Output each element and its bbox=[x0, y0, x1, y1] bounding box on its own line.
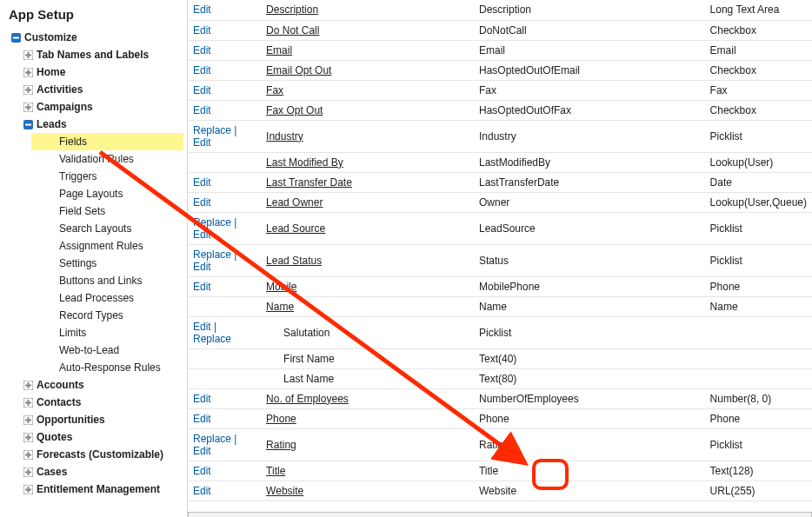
field-label-link[interactable]: Fax bbox=[266, 84, 283, 96]
custom-fields-panel: Lead Custom Fields & Relationships New M… bbox=[188, 512, 812, 518]
field-label-link[interactable]: Name bbox=[266, 301, 294, 313]
data-type-cell: Name bbox=[705, 296, 812, 316]
field-label-link[interactable]: Description bbox=[266, 3, 318, 16]
nav-leads-processes[interactable]: Lead Processes bbox=[31, 289, 183, 307]
nav-activities[interactable]: Activities bbox=[19, 81, 183, 98]
field-label-link[interactable]: Lead Owner bbox=[266, 196, 323, 209]
plus-icon bbox=[23, 102, 33, 112]
action-cell: Replace | Edit bbox=[188, 428, 261, 461]
table-row: Last Modified ByLastModifiedByLookup(Use… bbox=[188, 152, 812, 172]
replace-link[interactable]: Replace bbox=[193, 333, 231, 345]
replace-link[interactable]: Replace bbox=[193, 433, 231, 445]
field-label-link[interactable]: Last Modified By bbox=[266, 156, 343, 169]
nav-quotes[interactable]: Quotes bbox=[19, 428, 183, 446]
edit-link[interactable]: Edit bbox=[193, 64, 211, 76]
table-row: Replace | EditLead StatusStatusPicklist bbox=[188, 244, 812, 276]
nav-leads-field-sets[interactable]: Field Sets bbox=[31, 202, 183, 220]
edit-link[interactable]: Edit bbox=[193, 261, 211, 273]
nav-tab-names[interactable]: Tab Names and Labels bbox=[19, 46, 183, 63]
nav-campaigns[interactable]: Campaigns bbox=[19, 98, 183, 116]
edit-link[interactable]: Edit bbox=[193, 44, 211, 56]
nav-opportunities[interactable]: Opportunities bbox=[19, 411, 183, 428]
field-label-link[interactable]: Lead Source bbox=[266, 222, 325, 235]
nav-leads-settings[interactable]: Settings bbox=[31, 255, 183, 272]
nav-contacts[interactable]: Contacts bbox=[19, 394, 183, 411]
field-label-link[interactable]: Email bbox=[266, 44, 292, 56]
api-name-cell: Industry bbox=[474, 120, 705, 152]
replace-link[interactable]: Replace bbox=[193, 249, 231, 261]
field-label-link[interactable]: Fax Opt Out bbox=[266, 104, 323, 116]
nav-leads-assignment-rules[interactable]: Assignment Rules bbox=[31, 237, 183, 255]
api-name-cell: Fax bbox=[474, 80, 705, 100]
edit-link[interactable]: Edit bbox=[193, 136, 211, 149]
edit-link[interactable]: Edit bbox=[193, 413, 211, 425]
action-cell: Edit bbox=[188, 172, 261, 192]
api-name-cell: Picklist bbox=[474, 316, 705, 348]
edit-link[interactable]: Edit bbox=[193, 24, 211, 36]
field-label-link[interactable]: Phone bbox=[266, 413, 296, 425]
nav-accounts[interactable]: Accounts bbox=[19, 376, 183, 394]
replace-link[interactable]: Replace bbox=[193, 216, 231, 229]
field-label-link[interactable]: Website bbox=[266, 485, 303, 497]
nav-leads-buttons-links[interactable]: Buttons and Links bbox=[31, 272, 183, 289]
nav-leads-fields[interactable]: Fields bbox=[31, 133, 183, 150]
table-row: EditEmail Opt OutHasOptedOutOfEmailCheck… bbox=[188, 60, 812, 80]
nav-leads[interactable]: Leads bbox=[19, 116, 183, 133]
data-type-cell: URL(255) bbox=[705, 481, 812, 500]
edit-link[interactable]: Edit bbox=[193, 176, 211, 189]
field-label-link[interactable]: Rating bbox=[266, 439, 296, 451]
label-cell: Salutation bbox=[261, 316, 474, 348]
edit-link[interactable]: Edit bbox=[193, 393, 211, 405]
api-name-cell: Website bbox=[474, 481, 705, 500]
nav-cases[interactable]: Cases bbox=[19, 463, 183, 481]
table-row: EditFax Opt OutHasOptedOutOfFaxCheckbox bbox=[188, 100, 812, 120]
field-label-link[interactable]: Title bbox=[266, 465, 285, 477]
table-row: Edit | ReplaceSalutationPicklist bbox=[188, 316, 812, 348]
edit-link[interactable]: Edit bbox=[193, 485, 211, 497]
field-label-link[interactable]: Mobile bbox=[266, 281, 296, 293]
nav-leads-limits[interactable]: Limits bbox=[31, 324, 183, 341]
content: EditDescriptionDescriptionLong Text Area… bbox=[188, 0, 812, 517]
nav-forecasts[interactable]: Forecasts (Customizable) bbox=[19, 446, 183, 463]
nav-leads-record-types[interactable]: Record Types bbox=[31, 307, 183, 324]
nav-leads-page-layouts[interactable]: Page Layouts bbox=[31, 185, 183, 202]
api-name-cell: Description bbox=[474, 0, 705, 20]
nav-home[interactable]: Home bbox=[19, 63, 183, 81]
data-type-cell: Checkbox bbox=[705, 100, 812, 120]
edit-link[interactable]: Edit bbox=[193, 281, 211, 293]
label-cell: Lead Source bbox=[261, 212, 474, 244]
action-cell: Edit bbox=[188, 100, 261, 120]
nav-leads-search-layouts[interactable]: Search Layouts bbox=[31, 220, 183, 237]
edit-link[interactable]: Edit bbox=[193, 465, 211, 477]
field-label-link[interactable]: Industry bbox=[266, 130, 303, 143]
field-label-link[interactable]: No. of Employees bbox=[266, 393, 349, 405]
nav-leads-web-to-lead[interactable]: Web-to-Lead bbox=[31, 341, 183, 359]
nav-leads-auto-response[interactable]: Auto-Response Rules bbox=[31, 359, 183, 376]
edit-link[interactable]: Edit bbox=[193, 104, 211, 116]
plus-icon bbox=[23, 380, 33, 390]
edit-link[interactable]: Edit bbox=[193, 229, 211, 241]
nav-leads-validation[interactable]: Validation Rules bbox=[31, 150, 183, 168]
api-name-cell: LeadSource bbox=[474, 212, 705, 244]
action-cell: Replace | Edit bbox=[188, 120, 261, 152]
field-label-link[interactable]: Do Not Call bbox=[266, 24, 319, 36]
field-label-link[interactable]: Last Transfer Date bbox=[266, 176, 352, 189]
edit-link[interactable]: Edit bbox=[193, 196, 211, 209]
label-cell: Website bbox=[261, 481, 474, 500]
nav-entitlement[interactable]: Entitlement Management bbox=[19, 481, 183, 498]
data-type-cell: Phone bbox=[705, 408, 812, 428]
replace-link[interactable]: Replace bbox=[193, 124, 231, 136]
action-cell: Edit bbox=[188, 60, 261, 80]
field-label-link[interactable]: Email Opt Out bbox=[266, 64, 331, 76]
edit-link[interactable]: Edit bbox=[193, 84, 211, 96]
nav-customize[interactable]: Customize bbox=[7, 29, 183, 46]
api-name-cell: DoNotCall bbox=[474, 20, 705, 40]
edit-link[interactable]: Edit bbox=[193, 445, 211, 457]
table-row: NameNameName bbox=[188, 296, 812, 316]
nav-leads-triggers[interactable]: Triggers bbox=[31, 168, 183, 185]
field-label-link[interactable]: Lead Status bbox=[266, 255, 322, 267]
edit-link[interactable]: Edit bbox=[193, 321, 211, 333]
plus-icon bbox=[23, 432, 33, 442]
data-type-cell: Phone bbox=[705, 276, 812, 296]
edit-link[interactable]: Edit bbox=[193, 3, 211, 16]
